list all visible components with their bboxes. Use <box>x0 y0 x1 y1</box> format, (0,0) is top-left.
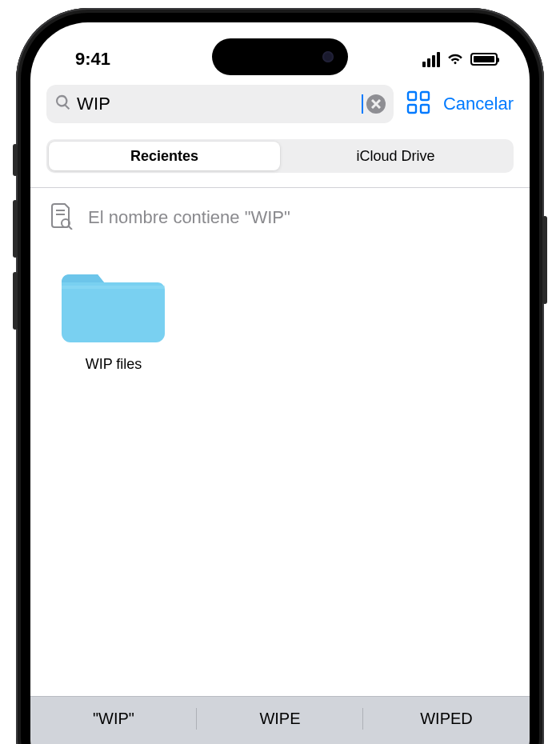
search-icon <box>54 94 72 114</box>
cellular-icon <box>422 52 440 67</box>
folder-icon <box>62 265 166 348</box>
keyboard: "WIP" WIPE WIPED q w e r t y u i o p <box>30 696 530 744</box>
search-hint-text: El nombre contiene "WIP" <box>88 207 290 228</box>
scope-segmented-control: Recientes iCloud Drive <box>46 139 514 173</box>
svg-rect-0 <box>408 92 416 100</box>
grid-view-button[interactable] <box>405 89 432 119</box>
keyboard-row-1: q w e r t y u i o p <box>30 741 530 744</box>
wifi-icon <box>446 48 464 70</box>
search-field[interactable]: WIP <box>46 85 394 123</box>
search-input-text: WIP <box>77 94 362 114</box>
status-time: 9:41 <box>75 49 110 70</box>
clear-search-button[interactable] <box>366 94 386 114</box>
search-hint-row[interactable]: El nombre contiene "WIP" <box>30 188 530 233</box>
folder-item[interactable]: WIP files <box>50 265 178 373</box>
battery-icon <box>470 53 498 66</box>
nav-area: WIP Cancelar Recientes iC <box>30 78 530 173</box>
keyboard-suggestions: "WIP" WIPE WIPED <box>30 696 530 741</box>
dynamic-island <box>212 38 348 75</box>
volume-switch <box>13 144 18 176</box>
svg-line-7 <box>69 226 72 230</box>
svg-rect-2 <box>408 105 416 113</box>
volume-up-button <box>13 200 18 258</box>
suggestion-2[interactable]: WIPE <box>197 697 363 741</box>
folder-label: WIP files <box>86 356 142 373</box>
results-grid: WIP files <box>30 233 530 405</box>
cancel-button[interactable]: Cancelar <box>443 94 514 114</box>
phone-frame: 9:41 WIP <box>16 8 544 744</box>
power-button <box>542 216 547 304</box>
tab-recents[interactable]: Recientes <box>49 142 280 170</box>
suggestion-1[interactable]: "WIP" <box>30 697 197 741</box>
suggestion-3[interactable]: WIPED <box>363 697 530 741</box>
tab-icloud-drive[interactable]: iCloud Drive <box>280 142 511 170</box>
svg-rect-3 <box>421 105 429 113</box>
svg-rect-1 <box>421 92 429 100</box>
screen: 9:41 WIP <box>30 22 530 744</box>
name-contains-icon <box>50 202 74 233</box>
volume-down-button <box>13 272 18 330</box>
status-indicators <box>422 48 498 70</box>
